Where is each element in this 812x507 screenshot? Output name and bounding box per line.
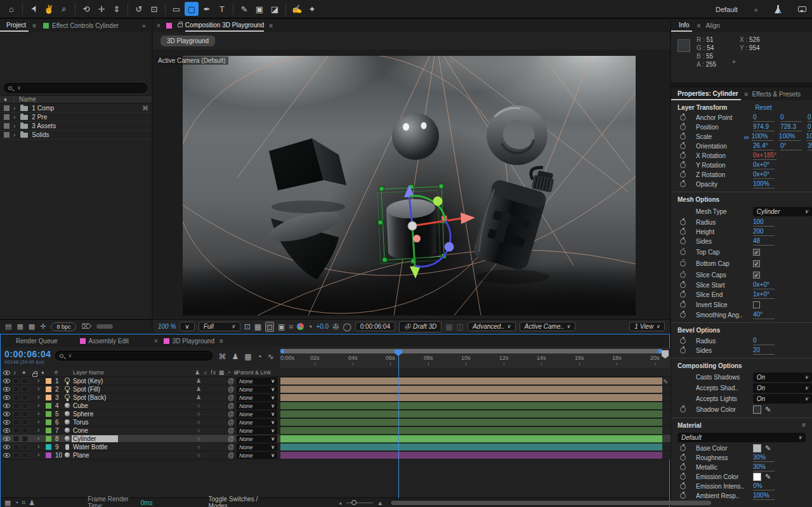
stopwatch-icon[interactable]	[680, 302, 686, 308]
tab-properties[interactable]: Properties: Cylinder	[671, 88, 741, 100]
stopwatch-icon[interactable]	[680, 445, 686, 451]
eye-column-icon[interactable]	[3, 371, 10, 375]
material-menu-icon[interactable]: ≡	[802, 421, 806, 428]
layer-row-cylinder-selected[interactable]: › 8 Cylinder ☼ @ None∨	[1, 435, 671, 443]
rulers-icon[interactable]: ⌗	[289, 322, 293, 331]
puppet-pin-tool-icon[interactable]: ✦	[305, 2, 319, 16]
audio-column-icon[interactable]: ♪	[13, 369, 16, 376]
extended-viewer-icon[interactable]: ◫	[457, 322, 464, 331]
eye-icon[interactable]	[3, 412, 10, 416]
brainstorm-icon[interactable]: ⌗	[22, 499, 25, 507]
parent-select[interactable]: None∨	[237, 402, 277, 409]
info-menu-icon[interactable]: ≡	[697, 22, 701, 29]
adobe-express-icon[interactable]: ✢	[40, 322, 46, 331]
stopwatch-icon[interactable]	[680, 239, 686, 244]
label-column-icon[interactable]: ♦	[4, 96, 7, 103]
layer-bar[interactable]	[280, 411, 662, 418]
exposure-icon[interactable]: ◔	[308, 322, 312, 331]
layer-bar[interactable]	[280, 386, 662, 393]
work-area-bar[interactable]	[280, 349, 662, 353]
stopwatch-icon[interactable]	[680, 172, 686, 178]
orbit-camera-tool-icon[interactable]: ⟲	[79, 2, 93, 16]
parent-select[interactable]: None∨	[237, 378, 277, 385]
bpc-button[interactable]: 8 bpc	[51, 322, 76, 331]
breadcrumb[interactable]: 3D Playground	[160, 36, 215, 46]
delete-icon[interactable]: ⌦	[81, 322, 91, 331]
tab-effect-controls[interactable]: Effect Controls Cylinder	[52, 22, 119, 29]
stopwatch-icon[interactable]	[680, 338, 686, 344]
link-icon[interactable]: ∞	[744, 133, 749, 141]
layer-bar[interactable]	[280, 452, 662, 459]
layer-row-torus[interactable]: › 6 Torus ☼ @ None∨	[1, 418, 671, 426]
stopwatch-icon[interactable]	[680, 249, 686, 255]
layer-row-spot-back[interactable]: › 3 Spot (Back) ♟ @ None∨	[1, 393, 671, 402]
timeline-menu-icon[interactable]: ≡	[219, 338, 223, 345]
camera-select[interactable]: Active Came..∨	[520, 322, 575, 331]
eye-icon[interactable]	[3, 437, 10, 441]
exposure-value[interactable]: +0.0	[316, 323, 329, 330]
tab-3d-playground[interactable]: 3D Playground	[173, 338, 214, 345]
eye-icon[interactable]	[3, 453, 10, 458]
project-menu-icon[interactable]: ≡	[32, 22, 36, 29]
parent-select[interactable]: None∨	[237, 411, 277, 418]
layer-bar[interactable]	[280, 394, 662, 401]
frame-blend-footer-icon[interactable]: ▦	[4, 499, 11, 507]
new-folder-icon[interactable]: ▦	[16, 322, 23, 331]
toggle-switches-modes-button[interactable]: Toggle Switches / Modes	[209, 496, 269, 507]
pickwhip-icon[interactable]: @	[228, 378, 234, 385]
eye-icon[interactable]	[3, 395, 10, 400]
base-color-swatch[interactable]	[753, 444, 761, 452]
stopwatch-icon[interactable]	[680, 162, 686, 168]
reset-button[interactable]: Reset	[755, 104, 771, 111]
new-composition-icon[interactable]: ▩	[29, 322, 35, 331]
stopwatch-icon[interactable]	[680, 261, 686, 267]
parent-select[interactable]: None∨	[237, 394, 277, 401]
pan-behind-tool-icon[interactable]: ⊡	[147, 2, 161, 16]
project-item-solids[interactable]: › Solids	[0, 131, 152, 140]
stopwatch-icon[interactable]	[680, 474, 686, 480]
grid-guides-icon[interactable]: ⊡	[244, 322, 251, 331]
comp-menu-icon[interactable]: ≡	[269, 22, 273, 29]
dolly-camera-tool-icon[interactable]: ⇕	[110, 2, 124, 16]
eye-icon[interactable]	[3, 445, 10, 449]
interpret-footage-icon[interactable]: ▤	[5, 322, 11, 331]
layer-row-sphere[interactable]: › 5 Sphere ☼ @ None∨	[1, 410, 671, 418]
type-tool-icon[interactable]: T	[215, 2, 229, 16]
parent-select[interactable]: None∨	[237, 444, 277, 451]
parent-select[interactable]: None∨	[237, 386, 277, 393]
pickwhip-icon[interactable]: @	[228, 419, 234, 426]
mesh-type-select[interactable]: Cylinder∨	[753, 207, 812, 216]
mask-visibility-icon[interactable]: ◻	[265, 322, 274, 332]
stopwatch-icon[interactable]	[680, 312, 686, 318]
timeline-search-input[interactable]: ∨	[55, 351, 213, 360]
feedback-icon[interactable]	[798, 6, 806, 12]
hand-tool-icon[interactable]: ✌	[42, 2, 56, 16]
comp-viewport[interactable]	[183, 56, 636, 315]
layer-bar[interactable]	[280, 444, 662, 451]
eye-icon[interactable]	[3, 420, 10, 425]
workspace-more-icon[interactable]: »	[754, 6, 758, 13]
eyedropper-icon[interactable]: ✎	[765, 444, 771, 452]
roto-brush-tool-icon[interactable]: ✍	[290, 2, 304, 16]
project-item-2-pre[interactable]: › 2 Pre	[0, 113, 152, 122]
motion-blur-footer-icon[interactable]: ◔	[14, 499, 18, 506]
timeline-zoom-slider[interactable]: ▲ ▲	[338, 499, 383, 506]
eraser-tool-icon[interactable]: ◪	[268, 2, 282, 16]
eye-icon[interactable]	[3, 428, 10, 433]
magnification-select[interactable]: 100 %	[158, 323, 176, 330]
invert-slice-checkbox[interactable]	[753, 301, 760, 308]
eye-icon[interactable]	[3, 387, 10, 392]
emission-color-swatch[interactable]	[753, 473, 761, 481]
mini-flowchart-icon[interactable]: ⌘	[219, 352, 226, 361]
horizontal-scrollbar[interactable]	[390, 500, 669, 506]
stopwatch-icon[interactable]	[680, 348, 686, 353]
pickwhip-icon[interactable]: @	[228, 435, 234, 442]
layer-bar[interactable]	[280, 419, 662, 426]
project-search-input[interactable]: ∨	[4, 83, 147, 93]
stopwatch-icon[interactable]	[680, 407, 686, 412]
pen-tool-icon[interactable]: ✒	[200, 2, 214, 16]
number-column-header[interactable]: #	[55, 369, 58, 376]
pickwhip-icon[interactable]: @	[228, 427, 234, 434]
eyedropper-icon[interactable]: ✎	[765, 405, 771, 414]
switches-column-header[interactable]: ♟ ☼ fx ▦ ◔ ⊕	[195, 369, 239, 376]
